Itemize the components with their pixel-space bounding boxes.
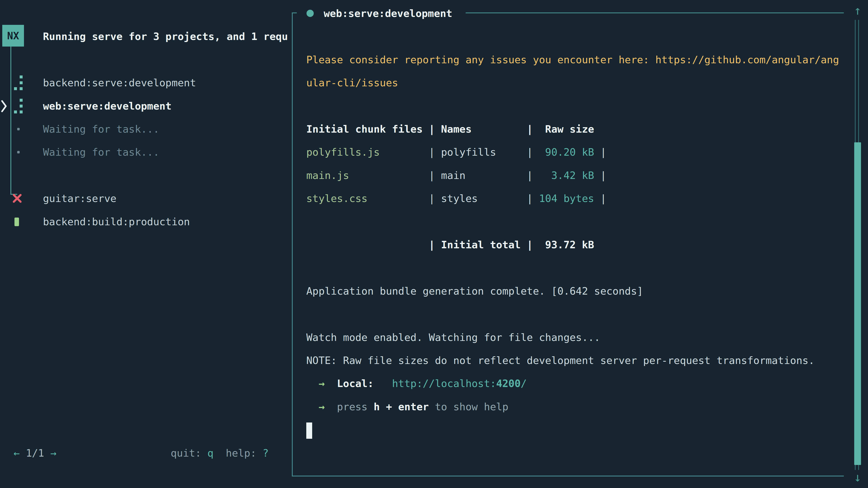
task-label: web:serve:development [43, 94, 172, 118]
statusbar-spacer [214, 447, 226, 459]
terminal-line: → Local: http://localhost:4200/ [306, 372, 527, 395]
terminal-text: to show help [429, 401, 508, 413]
task-row-backend-build-production[interactable]: backend:build:production [0, 210, 292, 233]
terminal-text: → [318, 401, 324, 413]
terminal-line: | Initial total | 93.72 kB [306, 233, 594, 256]
waiting-dot-icon [17, 151, 20, 153]
quit-key[interactable]: q [208, 447, 214, 459]
terminal-text: NOTE: Raw file sizes do not reflect deve… [306, 355, 815, 366]
success-square-icon [14, 218, 19, 226]
terminal-text: Please consider reporting any issues you… [306, 54, 839, 66]
terminal-line: styles.css | styles | 104 bytes | [306, 187, 607, 210]
terminal-text: 90.20 kB [533, 146, 594, 158]
text-cursor [306, 422, 312, 439]
local-server-link[interactable]: http://localhost: [392, 378, 496, 390]
task-label: backend:serve:development [43, 71, 196, 94]
pager-count: 1/1 [26, 447, 44, 459]
help-key[interactable]: ? [262, 447, 269, 459]
task-label: guitar:serve [43, 187, 116, 210]
panel-title: web:serve:development [324, 2, 452, 25]
terminal-text: → [318, 378, 324, 390]
terminal-text: | [594, 193, 606, 204]
terminal-line: Please consider reporting any issues you… [306, 48, 839, 71]
terminal-text [306, 401, 318, 413]
nx-logo: NX [2, 25, 24, 46]
terminal-text: 104 bytes [533, 193, 594, 204]
terminal-text: h + enter [374, 401, 429, 413]
terminal-text [324, 378, 337, 390]
terminal-line: ular-cli/issues [306, 71, 398, 94]
terminal-text: Application bundle generation complete. … [306, 285, 643, 297]
terminal-text [306, 378, 318, 390]
terminal-text: | polyfills | [380, 146, 533, 158]
terminal-line: Application bundle generation complete. … [306, 280, 643, 303]
terminal-text: Watch mode enabled. Watching for file ch… [306, 331, 600, 344]
task-row-backend-serve-development[interactable]: backend:serve:development [0, 71, 292, 94]
terminal-line [306, 418, 312, 442]
terminal-text: | styles | [368, 193, 533, 204]
quit-label: quit: [170, 447, 208, 459]
terminal-line: → press h + enter to show help [306, 395, 508, 418]
sidebar-title: Running serve for 3 projects, and 1 requ [43, 25, 288, 48]
terminal-text: 3.42 kB [533, 169, 594, 182]
scrollbar-thumb[interactable] [854, 142, 861, 465]
statusbar: quit: q help: ? [170, 442, 269, 465]
selected-chevron-icon [0, 99, 7, 116]
pager: ← 1/1 → [13, 442, 57, 465]
task-label: Waiting for task... [43, 140, 159, 164]
nx-logo-text: NX [7, 30, 19, 41]
terminal-line: NOTE: Raw file sizes do not reflect deve… [306, 349, 815, 372]
terminal-text: press [337, 401, 374, 413]
task-row-waiting-for-task[interactable]: Waiting for task... [0, 140, 292, 164]
terminal-line: Initial chunk files | Names | Raw size [306, 118, 594, 141]
terminal-line: polyfills.js | polyfills | 90.20 kB | [306, 140, 607, 164]
pager-next-icon[interactable]: → [51, 447, 57, 459]
terminal-text: 4200 [496, 378, 521, 390]
failed-cross-icon [12, 193, 22, 206]
spinner-icon [14, 75, 23, 90]
task-row-web-serve-development[interactable]: web:serve:development [0, 94, 292, 118]
scroll-down-icon[interactable]: ↓ [850, 469, 865, 485]
task-label: Waiting for task... [43, 118, 159, 141]
terminal-text: Local: [337, 378, 374, 390]
running-status-dot-icon [307, 10, 314, 17]
terminal-text [324, 401, 337, 413]
task-label: backend:build:production [43, 210, 190, 233]
terminal-text: | [594, 169, 606, 182]
pager-label [20, 447, 26, 459]
panel-border-top [466, 12, 844, 13]
terminal-screen: NX Running serve for 3 projects, and 1 r… [0, 0, 868, 488]
task-row-guitar-serve[interactable]: guitar:serve [0, 187, 292, 210]
terminal-text: ular-cli/issues [306, 77, 398, 89]
terminal-text: styles.css [306, 193, 368, 204]
help-label: help: [226, 447, 263, 459]
waiting-dot-icon [17, 128, 20, 130]
terminal-text: Initial chunk files | Names | Raw size [306, 123, 594, 135]
panel-border-bottom [292, 476, 844, 477]
terminal-text: / [521, 378, 527, 390]
spinner-icon [14, 99, 23, 113]
pager-spacer [44, 447, 50, 459]
terminal-text: main.js [306, 169, 349, 182]
scroll-up-icon[interactable]: ↑ [850, 3, 865, 19]
terminal-text: polyfills.js [306, 146, 380, 158]
panel-border-left [292, 12, 293, 477]
task-row-waiting-for-task[interactable]: Waiting for task... [0, 118, 292, 141]
task-sidebar: NX Running serve for 3 projects, and 1 r… [0, 0, 292, 488]
terminal-line: main.js | main | 3.42 kB | [306, 164, 607, 187]
terminal-text: | main | [349, 169, 533, 182]
pager-prev-icon[interactable]: ← [13, 447, 20, 459]
panel-border-top-stub [292, 12, 297, 13]
terminal-text: | Initial total | 93.72 kB [306, 239, 594, 251]
terminal-text [374, 378, 392, 390]
terminal-text: | [594, 146, 606, 158]
terminal-line: Watch mode enabled. Watching for file ch… [306, 326, 600, 349]
